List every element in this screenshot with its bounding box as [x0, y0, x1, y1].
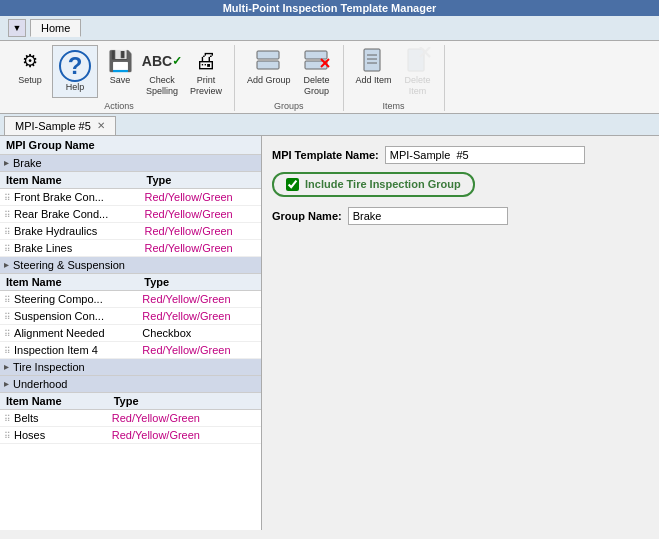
item-name: ⠿ Suspension Con...	[0, 307, 138, 324]
item-type: Red/Yellow/Green	[140, 239, 261, 256]
title-text: Multi-Point Inspection Template Manager	[223, 2, 437, 14]
doc-tab-close[interactable]: ✕	[97, 120, 105, 131]
ribbon-group-groups: Add Group DeleteGroup Groups	[235, 45, 344, 111]
svg-rect-6	[364, 49, 380, 71]
table-row[interactable]: ⠿ Brake LinesRed/Yellow/Green	[0, 239, 261, 256]
table-row[interactable]: ⠿ Inspection Item 4Red/Yellow/Green	[0, 341, 261, 358]
print-preview-button[interactable]: 🖨 PrintPreview	[186, 45, 226, 99]
item-name: ⠿ Brake Lines	[0, 239, 140, 256]
title-bar: Multi-Point Inspection Template Manager	[0, 0, 659, 16]
item-type: Red/Yellow/Green	[140, 188, 261, 205]
table-row[interactable]: ⠿ BeltsRed/Yellow/Green	[0, 409, 261, 426]
brake-col-type: Type	[140, 172, 261, 189]
ribbon-content: ⚙ Setup ? Help 💾 Save ABC✓ CheckSpelling	[0, 41, 659, 113]
svg-rect-1	[257, 61, 279, 69]
actions-buttons: ⚙ Setup ? Help 💾 Save ABC✓ CheckSpelling	[12, 45, 226, 99]
tab-home[interactable]: Home	[30, 19, 81, 37]
item-name: ⠿ Belts	[0, 409, 108, 426]
delete-group-icon	[303, 47, 331, 75]
doc-tab-mpi-sample[interactable]: MPI-Sample #5 ✕	[4, 116, 116, 135]
svg-rect-0	[257, 51, 279, 59]
group-section-steering: ▸ Steering & Suspension Item Name Type ⠿…	[0, 257, 261, 359]
quick-access-btn-1[interactable]: ▼	[8, 19, 26, 37]
group-section-underhood: ▸ Underhood Item Name Type ⠿ BeltsRed/Ye…	[0, 376, 261, 444]
main-area: MPI Group Name ▸ Brake Item Name Type ⠿ …	[0, 136, 659, 530]
table-row[interactable]: ⠿ Rear Brake Cond...Red/Yellow/Green	[0, 205, 261, 222]
svg-rect-10	[408, 49, 424, 71]
ribbon-group-actions: ⚙ Setup ? Help 💾 Save ABC✓ CheckSpelling	[4, 45, 235, 111]
groups-group-label: Groups	[274, 101, 304, 111]
add-group-button[interactable]: Add Group	[243, 45, 295, 88]
delete-item-label: DeleteItem	[405, 75, 431, 97]
items-buttons: Add Item DeleteItem	[352, 45, 436, 99]
item-name: ⠿ Alignment Needed	[0, 324, 138, 341]
groups-buttons: Add Group DeleteGroup	[243, 45, 335, 99]
help-button[interactable]: ? Help	[52, 45, 98, 98]
tire-inspection-label: Include Tire Inspection Group	[305, 178, 461, 190]
doc-tab-label: MPI-Sample #5	[15, 120, 91, 132]
save-label: Save	[110, 75, 131, 86]
underhood-table: Item Name Type ⠿ BeltsRed/Yellow/Green⠿ …	[0, 393, 261, 444]
expand-icon-steering: ▸	[4, 259, 9, 270]
add-item-label: Add Item	[356, 75, 392, 86]
left-panel-resize-handle[interactable]	[257, 136, 261, 530]
add-item-button[interactable]: Add Item	[352, 45, 396, 88]
setup-button[interactable]: ⚙ Setup	[12, 45, 48, 88]
setup-label: Setup	[18, 75, 42, 86]
template-name-input[interactable]	[385, 146, 585, 164]
underhood-col-type: Type	[108, 393, 261, 410]
save-button[interactable]: 💾 Save	[102, 45, 138, 88]
table-row[interactable]: ⠿ Suspension Con...Red/Yellow/Green	[0, 307, 261, 324]
add-group-label: Add Group	[247, 75, 291, 86]
group-header-brake[interactable]: ▸ Brake	[0, 155, 261, 172]
tab-bar: MPI-Sample #5 ✕	[0, 114, 659, 136]
item-type: Red/Yellow/Green	[140, 205, 261, 222]
group-header-steering[interactable]: ▸ Steering & Suspension	[0, 257, 261, 274]
add-group-icon	[255, 47, 283, 75]
tire-inspection-checkbox-container: Include Tire Inspection Group	[272, 172, 475, 197]
items-group-label: Items	[383, 101, 405, 111]
item-name: ⠿ Brake Hydraulics	[0, 222, 140, 239]
table-row[interactable]: ⠿ Brake HydraulicsRed/Yellow/Green	[0, 222, 261, 239]
group-name-label: Group Name:	[272, 210, 342, 222]
item-name: ⠿ Front Brake Con...	[0, 188, 140, 205]
item-type: Checkbox	[138, 324, 261, 341]
item-name: ⠿ Steering Compo...	[0, 290, 138, 307]
tire-inspection-checkbox[interactable]	[286, 178, 299, 191]
left-panel-header: MPI Group Name	[0, 136, 261, 155]
left-panel: MPI Group Name ▸ Brake Item Name Type ⠿ …	[0, 136, 262, 530]
underhood-col-name: Item Name	[0, 393, 108, 410]
group-name-input[interactable]	[348, 207, 508, 225]
delete-item-button[interactable]: DeleteItem	[400, 45, 436, 99]
ribbon-group-items: Add Item DeleteItem Items	[344, 45, 445, 111]
table-row[interactable]: ⠿ Alignment NeededCheckbox	[0, 324, 261, 341]
ribbon: ▼ Home ⚙ Setup ? Help 💾 Save	[0, 16, 659, 114]
item-name: ⠿ Rear Brake Cond...	[0, 205, 140, 222]
expand-icon-brake: ▸	[4, 157, 9, 168]
item-type: Red/Yellow/Green	[138, 290, 261, 307]
item-type: Red/Yellow/Green	[108, 409, 261, 426]
group-header-tire[interactable]: ▸ Tire Inspection	[0, 359, 261, 376]
table-row[interactable]: ⠿ Front Brake Con...Red/Yellow/Green	[0, 188, 261, 205]
check-spelling-button[interactable]: ABC✓ CheckSpelling	[142, 45, 182, 99]
delete-group-button[interactable]: DeleteGroup	[299, 45, 335, 99]
setup-icon: ⚙	[16, 47, 44, 75]
table-row[interactable]: ⠿ Steering Compo...Red/Yellow/Green	[0, 290, 261, 307]
delete-group-label: DeleteGroup	[304, 75, 330, 97]
item-type: Red/Yellow/Green	[140, 222, 261, 239]
group-section-brake: ▸ Brake Item Name Type ⠿ Front Brake Con…	[0, 155, 261, 257]
group-name-brake: Brake	[13, 157, 42, 169]
group-header-underhood[interactable]: ▸ Underhood	[0, 376, 261, 393]
expand-icon-underhood: ▸	[4, 378, 9, 389]
steering-col-name: Item Name	[0, 274, 138, 291]
right-panel: MPI Template Name: Include Tire Inspecti…	[262, 136, 659, 530]
check-spelling-label: CheckSpelling	[146, 75, 178, 97]
help-icon: ?	[59, 50, 91, 82]
item-type: Red/Yellow/Green	[138, 307, 261, 324]
item-name: ⠿ Hoses	[0, 426, 108, 443]
brake-col-name: Item Name	[0, 172, 140, 189]
print-preview-label: PrintPreview	[190, 75, 222, 97]
table-row[interactable]: ⠿ HosesRed/Yellow/Green	[0, 426, 261, 443]
group-name-steering: Steering & Suspension	[13, 259, 125, 271]
template-name-row: MPI Template Name:	[272, 146, 649, 164]
